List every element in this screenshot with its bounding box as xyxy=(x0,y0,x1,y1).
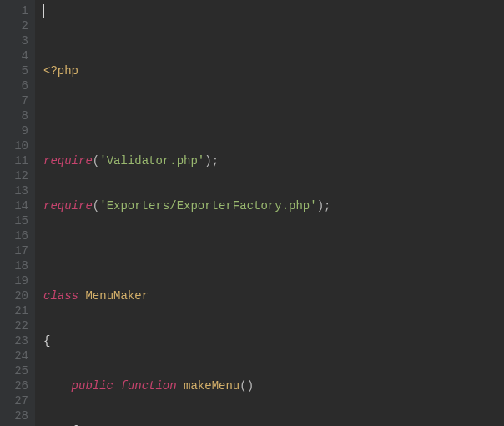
code-line: { xyxy=(43,333,504,348)
line-number: 7 xyxy=(10,93,28,108)
line-number: 28 xyxy=(10,408,28,423)
line-number: 26 xyxy=(10,378,28,393)
line-number: 6 xyxy=(10,78,28,93)
line-number: 10 xyxy=(10,138,28,153)
line-number: 11 xyxy=(10,153,28,168)
line-number: 12 xyxy=(10,168,28,183)
line-number: 17 xyxy=(10,243,28,258)
code-line: <?php xyxy=(43,63,504,78)
line-number: 2 xyxy=(10,18,28,33)
line-number: 1 xyxy=(10,3,28,18)
code-line: require('Exporters/ExporterFactory.php')… xyxy=(43,198,504,213)
code-line xyxy=(43,243,504,258)
line-number: 23 xyxy=(10,333,28,348)
line-number: 5 xyxy=(10,63,28,78)
line-number: 25 xyxy=(10,363,28,378)
line-number: 3 xyxy=(10,33,28,48)
code-editor[interactable]: 1 2 3 4 5 6 7 8 9 10 11 12 13 14 15 16 1… xyxy=(0,0,504,426)
line-number: 27 xyxy=(10,393,28,408)
line-number: 14 xyxy=(10,198,28,213)
line-number: 9 xyxy=(10,123,28,138)
line-number: 24 xyxy=(10,348,28,363)
line-number: 20 xyxy=(10,288,28,303)
line-number: 16 xyxy=(10,228,28,243)
php-open-tag: <?php xyxy=(43,64,78,78)
code-area[interactable]: <?php require('Validator.php'); require(… xyxy=(35,0,504,426)
line-number: 19 xyxy=(10,273,28,288)
line-number-gutter: 1 2 3 4 5 6 7 8 9 10 11 12 13 14 15 16 1… xyxy=(0,0,35,426)
code-line: class MenuMaker xyxy=(43,288,504,303)
line-number: 8 xyxy=(10,108,28,123)
code-line: require('Validator.php'); xyxy=(43,153,504,168)
line-number: 21 xyxy=(10,303,28,318)
code-line xyxy=(43,108,504,123)
code-line: public function makeMenu() xyxy=(43,378,504,393)
line-number: 13 xyxy=(10,183,28,198)
line-number: 18 xyxy=(10,258,28,273)
line-number: 22 xyxy=(10,318,28,333)
text-cursor xyxy=(43,4,44,18)
line-number: 4 xyxy=(10,48,28,63)
line-number: 15 xyxy=(10,213,28,228)
